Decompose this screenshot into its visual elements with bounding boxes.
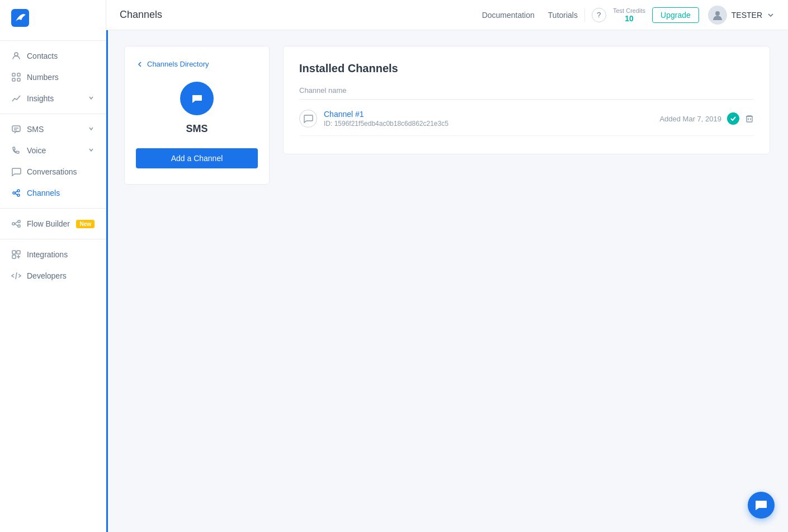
right-panel: Installed Channels Channel name Channel … — [283, 46, 770, 154]
svg-line-13 — [15, 191, 17, 192]
sms-icon — [11, 124, 21, 134]
svg-point-24 — [715, 11, 720, 16]
svg-rect-21 — [17, 251, 20, 254]
user-name: TESTER — [732, 11, 762, 20]
back-link-label: Channels Directory — [147, 60, 209, 68]
sidebar-label-sms: SMS — [27, 125, 82, 134]
table-header: Channel name — [299, 86, 754, 100]
svg-line-19 — [15, 224, 18, 226]
avatar — [708, 6, 727, 25]
phone-icon — [11, 145, 21, 156]
svg-rect-15 — [12, 223, 15, 225]
svg-rect-4 — [17, 73, 20, 76]
sidebar-item-sms[interactable]: SMS — [0, 119, 106, 140]
trash-icon — [745, 114, 754, 123]
channel-name-value[interactable]: Channel #1 — [324, 110, 659, 119]
sidebar-label-conversations: Conversations — [27, 167, 95, 176]
integrations-icon — [11, 249, 21, 260]
tutorials-link[interactable]: Tutorials — [548, 11, 578, 20]
sidebar: Contacts Numbers Insights — [0, 0, 106, 532]
channel-id-value: ID: 1596f21f5edb4ac0b18c6d862c21e3c5 — [324, 120, 659, 128]
left-panel: Channels Directory SMS Add a Channel — [124, 46, 270, 185]
channel-added-date: Added Mar 7, 2019 — [659, 115, 721, 123]
back-link[interactable]: Channels Directory — [136, 60, 209, 68]
topnav-divider — [584, 8, 585, 22]
table-row: Channel #1 ID: 1596f21f5edb4ac0b18c6d862… — [299, 102, 754, 136]
sidebar-item-developers[interactable]: Developers — [0, 265, 106, 286]
sms-chevron-icon — [88, 125, 95, 134]
sidebar-label-developers: Developers — [27, 271, 95, 280]
channel-row-icon — [299, 110, 317, 128]
page-title: Channels — [120, 9, 162, 21]
add-channel-button[interactable]: Add a Channel — [136, 148, 258, 168]
svg-rect-17 — [18, 225, 20, 227]
sidebar-bottom-divider — [0, 239, 106, 239]
chat-bubble-icon — [754, 498, 768, 512]
credits-value: 10 — [625, 14, 634, 23]
sidebar-label-voice: Voice — [27, 146, 82, 155]
svg-rect-7 — [12, 126, 20, 131]
channel-row-info: Channel #1 ID: 1596f21f5edb4ac0b18c6d862… — [324, 110, 659, 128]
svg-point-11 — [17, 190, 20, 192]
svg-point-2 — [15, 53, 18, 56]
person-icon — [11, 51, 21, 61]
svg-rect-26 — [747, 116, 752, 122]
sidebar-item-integrations[interactable]: Integrations — [0, 244, 106, 265]
voice-chevron-icon — [88, 146, 95, 155]
sidebar-item-flow-builder[interactable]: Flow Builder New — [0, 213, 106, 234]
delete-channel-button[interactable] — [745, 114, 754, 123]
sidebar-label-contacts: Contacts — [27, 51, 95, 60]
svg-rect-3 — [12, 73, 15, 76]
channel-row-meta: Added Mar 7, 2019 — [659, 112, 754, 125]
documentation-link[interactable]: Documentation — [482, 11, 535, 20]
column-header-name: Channel name — [299, 86, 347, 95]
insights-chevron-icon — [88, 94, 95, 103]
svg-point-1 — [22, 14, 25, 16]
credits-area: Test Credits 10 — [613, 7, 645, 23]
svg-rect-20 — [12, 251, 16, 254]
channel-sms-icon — [303, 114, 313, 124]
svg-line-14 — [15, 194, 17, 195]
svg-rect-16 — [18, 220, 20, 223]
sidebar-top-divider — [0, 40, 106, 41]
topnav: Channels Documentation Tutorials ? Test … — [106, 0, 788, 30]
svg-rect-22 — [12, 255, 16, 258]
code-icon — [11, 271, 21, 281]
sidebar-label-flow-builder: Flow Builder — [27, 219, 70, 228]
sidebar-item-voice[interactable]: Voice — [0, 140, 106, 161]
back-chevron-icon — [136, 60, 144, 68]
main-area: Channels Documentation Tutorials ? Test … — [106, 0, 788, 532]
sidebar-label-integrations: Integrations — [27, 250, 95, 259]
svg-point-10 — [13, 192, 15, 194]
checkmark-icon — [730, 115, 737, 122]
svg-line-23 — [16, 272, 17, 279]
sidebar-label-insights: Insights — [27, 94, 82, 103]
sidebar-flow-divider — [0, 208, 106, 209]
user-menu[interactable]: TESTER — [708, 6, 775, 25]
chat-widget-button[interactable] — [748, 492, 775, 519]
installed-channels-title: Installed Channels — [299, 62, 754, 75]
sms-channel-icon — [180, 82, 214, 115]
svg-line-18 — [15, 222, 18, 224]
sidebar-item-conversations[interactable]: Conversations — [0, 161, 106, 182]
sidebar-item-channels[interactable]: Channels — [0, 182, 106, 204]
upgrade-button[interactable]: Upgrade — [652, 7, 699, 23]
svg-rect-6 — [17, 78, 20, 81]
svg-point-12 — [17, 194, 20, 196]
avatar-icon — [712, 10, 723, 21]
channels-icon — [11, 188, 21, 198]
sidebar-item-insights[interactable]: Insights — [0, 88, 106, 109]
channel-type-label: SMS — [186, 123, 207, 135]
sidebar-label-numbers: Numbers — [27, 73, 95, 82]
sidebar-label-channels: Channels — [27, 189, 95, 197]
app-logo-icon — [11, 9, 29, 27]
sidebar-item-numbers[interactable]: Numbers — [0, 67, 106, 88]
help-button[interactable]: ? — [592, 8, 606, 22]
content-area: Channels Directory SMS Add a Channel Ins… — [106, 30, 788, 532]
chat-icon — [11, 167, 21, 177]
user-chevron-icon — [767, 11, 775, 19]
flow-icon — [11, 219, 21, 229]
sidebar-mid-divider — [0, 114, 106, 114]
credits-label: Test Credits — [613, 7, 645, 14]
sidebar-item-contacts[interactable]: Contacts — [0, 45, 106, 67]
